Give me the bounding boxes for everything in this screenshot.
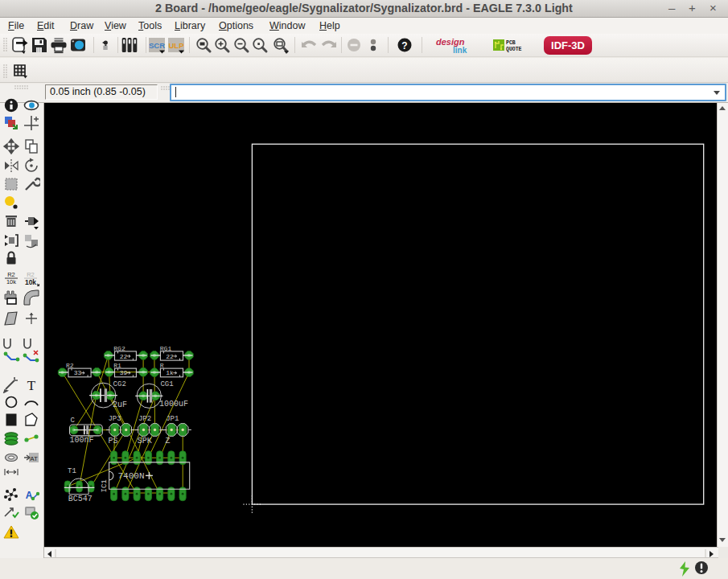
svg-text:2uF: 2uF (113, 400, 127, 409)
svg-text:SPK: SPK (138, 437, 152, 446)
svg-text:100nF: 100nF (70, 436, 94, 445)
svg-text:CG1: CG1 (160, 380, 173, 388)
svg-text:39: 39 (120, 369, 128, 376)
svg-text:RG1: RG1 (160, 345, 172, 352)
svg-text:22: 22 (166, 353, 174, 360)
svg-text:PCB: PCB (506, 40, 516, 46)
svg-text:JP1: JP1 (166, 415, 179, 423)
svg-text:ULP: ULP (169, 41, 185, 50)
svg-text:QUOTE: QUOTE (506, 47, 522, 52)
svg-text:SCR: SCR (149, 41, 165, 50)
svg-text:link: link (453, 46, 467, 55)
svg-text:R: R (160, 362, 164, 369)
svg-text:IC1: IC1 (101, 479, 109, 492)
svg-text:BC547: BC547 (68, 495, 93, 503)
svg-text:R2: R2 (66, 362, 74, 369)
svg-text:10k: 10k (6, 278, 15, 285)
svg-text:JP3: JP3 (108, 415, 121, 423)
svg-text:33: 33 (74, 369, 82, 376)
svg-text:R1: R1 (113, 362, 121, 369)
svg-text:C: C (70, 417, 75, 425)
svg-text:22: 22 (120, 353, 128, 360)
svg-text:1k: 1k (166, 369, 174, 376)
svg-text:?: ? (401, 40, 407, 51)
svg-text:T: T (27, 378, 35, 393)
svg-text:RG2: RG2 (113, 345, 125, 352)
svg-text:7400N: 7400N (118, 471, 145, 481)
svg-text:JP2: JP2 (138, 415, 151, 423)
svg-text:CG2: CG2 (113, 380, 126, 388)
svg-text:AT: AT (30, 455, 38, 462)
svg-text:PS: PS (108, 437, 117, 446)
svg-text:R2: R2 (7, 271, 15, 278)
svg-text:T1: T1 (68, 467, 76, 475)
svg-text:10k: 10k (24, 278, 35, 286)
svg-text:Z: Z (166, 437, 171, 446)
svg-text:1000uF: 1000uF (159, 400, 188, 409)
